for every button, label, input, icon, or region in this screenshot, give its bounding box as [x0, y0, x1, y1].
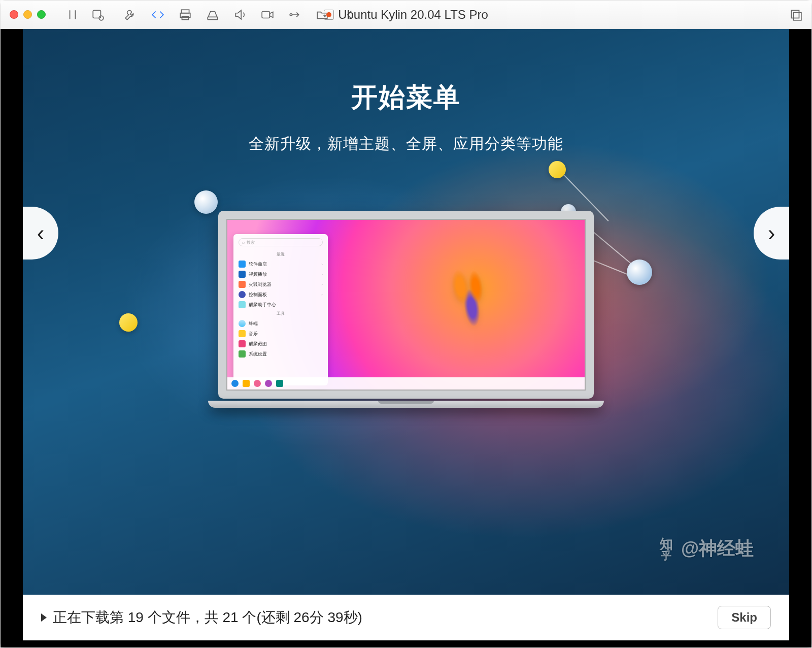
start-menu-item[interactable]: 视频播放›	[236, 269, 325, 279]
app-icon	[239, 350, 246, 358]
zoom-button[interactable]	[37, 10, 46, 19]
start-menu-search[interactable]: 搜索	[239, 238, 323, 246]
start-menu-item[interactable]: 软件商店›	[236, 259, 325, 269]
usb-icon[interactable]	[288, 8, 301, 21]
decor-dot-icon	[119, 313, 138, 332]
snapshot-icon[interactable]	[91, 8, 105, 21]
laptop-mockup: 搜索 最近 软件商店› 视频播放› 火狐浏览器› 控制面板› 麒麟助手中心 工具…	[208, 211, 604, 414]
window-title: Ubuntu Kylin 20.04 LTS Pro	[338, 8, 488, 22]
vm-window: Ubuntu Kylin 20.04 LTS Pro 开始菜单 全新升级，新增主…	[0, 0, 812, 648]
window-title-container: Ubuntu Kylin 20.04 LTS Pro	[1, 8, 811, 22]
taskbar-app-icon[interactable]	[265, 380, 272, 387]
svg-rect-4	[182, 16, 189, 20]
laptop-base	[208, 401, 604, 408]
start-menu-item[interactable]: 音乐	[236, 329, 325, 339]
slide-subtitle: 全新升级，新增主题、全屏、应用分类等功能	[23, 134, 789, 154]
svg-rect-5	[208, 17, 218, 19]
app-icon	[239, 301, 246, 308]
disclosure-triangle-icon[interactable]	[41, 613, 47, 622]
sound-icon[interactable]	[233, 8, 247, 21]
start-menu-item[interactable]: 控制面板›	[236, 289, 325, 300]
app-icon	[239, 320, 246, 327]
decor-dot-icon	[549, 161, 566, 178]
taskbar-start-icon[interactable]	[231, 380, 239, 387]
window-controls	[10, 10, 46, 19]
pause-icon[interactable]	[66, 8, 79, 21]
decor-dot-icon	[627, 260, 652, 285]
slide-title: 开始菜单	[23, 80, 789, 115]
app-icon	[239, 271, 246, 278]
app-icon	[239, 261, 246, 268]
install-status-bar: 正在下载第 19 个文件，共 21 个(还剩 26分 39秒) Skip	[23, 595, 789, 640]
expand-icon[interactable]	[789, 8, 802, 21]
slide-prev-button[interactable]: ‹	[23, 207, 58, 260]
app-icon	[239, 291, 246, 298]
install-status-text: 正在下载第 19 个文件，共 21 个(还剩 26分 39秒)	[53, 608, 718, 627]
wrench-icon[interactable]	[124, 8, 137, 21]
start-menu-item[interactable]: 系统设置	[236, 349, 325, 359]
printer-icon[interactable]	[179, 8, 192, 21]
svg-rect-8	[791, 10, 799, 18]
titlebar: Ubuntu Kylin 20.04 LTS Pro	[1, 1, 811, 29]
laptop-screen: 搜索 最近 软件商店› 视频播放› 火狐浏览器› 控制面板› 麒麟助手中心 工具…	[218, 211, 594, 399]
app-icon	[239, 281, 246, 288]
installer-window: 开始菜单 全新升级，新增主题、全屏、应用分类等功能 ‹ ›	[23, 29, 789, 640]
app-icon	[239, 340, 246, 347]
taskbar	[227, 377, 585, 390]
desktop-wallpaper: 搜索 最近 软件商店› 视频播放› 火狐浏览器› 控制面板› 麒麟助手中心 工具…	[227, 220, 585, 390]
skip-button[interactable]: Skip	[718, 606, 771, 629]
watermark: 知 乎 @神经蛙	[660, 536, 754, 561]
start-menu-item[interactable]: 火狐浏览器›	[236, 279, 325, 289]
start-menu-section-all: 工具	[236, 310, 325, 318]
installer-slideshow: 开始菜单 全新升级，新增主题、全屏、应用分类等功能 ‹ ›	[23, 29, 789, 595]
back-icon[interactable]	[343, 8, 356, 21]
slide-next-button[interactable]: ›	[754, 207, 789, 260]
svg-point-7	[290, 13, 292, 15]
drive-icon[interactable]	[206, 8, 219, 21]
app-icon	[239, 330, 246, 337]
minimize-button[interactable]	[23, 10, 32, 19]
close-button[interactable]	[10, 10, 18, 19]
vm-display: 开始菜单 全新升级，新增主题、全屏、应用分类等功能 ‹ ›	[1, 29, 811, 647]
start-menu-item[interactable]: 麒麟截图	[236, 339, 325, 349]
camera-icon[interactable]	[261, 8, 274, 21]
svg-rect-6	[262, 11, 269, 18]
taskbar-app-icon[interactable]	[276, 380, 283, 387]
search-placeholder: 搜索	[247, 240, 255, 245]
share-folder-icon[interactable]	[316, 8, 329, 21]
start-menu-panel: 搜索 最近 软件商店› 视频播放› 火狐浏览器› 控制面板› 麒麟助手中心 工具…	[233, 234, 328, 385]
svg-rect-9	[794, 12, 801, 20]
svg-rect-2	[181, 10, 189, 13]
watermark-author: @神经蛙	[681, 536, 754, 561]
wallpaper-flower-icon	[421, 242, 520, 354]
taskbar-app-icon[interactable]	[243, 380, 250, 387]
watermark-logo-icon: 知 乎	[660, 537, 673, 561]
start-menu-item[interactable]: 终端	[236, 318, 325, 329]
start-menu-section-recent: 最近	[236, 250, 325, 259]
code-icon[interactable]	[151, 8, 164, 21]
start-menu-item[interactable]: 麒麟助手中心	[236, 300, 325, 310]
taskbar-app-icon[interactable]	[254, 380, 261, 387]
